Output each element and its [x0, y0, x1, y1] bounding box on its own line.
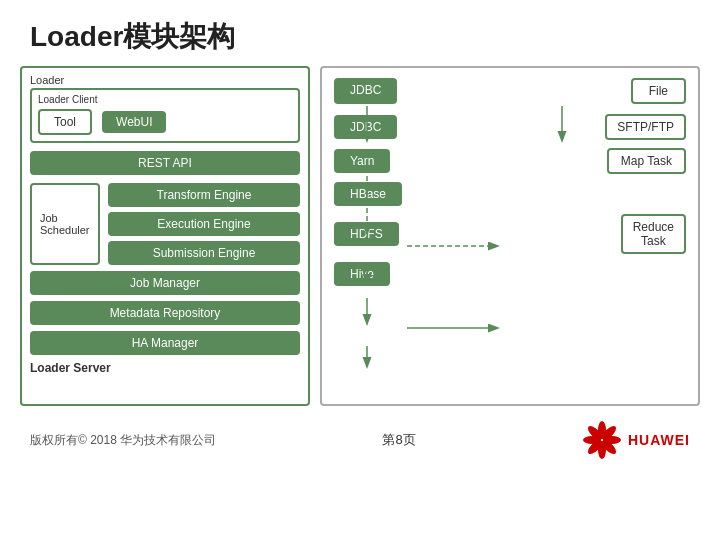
copyright-text: 版权所有© 2018 华为技术有限公司 — [30, 432, 216, 449]
file-box: File — [631, 78, 686, 104]
page-title: Loader模块架构 — [0, 0, 720, 66]
right-panel: JDBC File JDBC SFTP/FTP Yarn Map Task HB… — [320, 66, 700, 406]
footer: 版权所有© 2018 华为技术有限公司 第8页 HUAWEI — [0, 412, 720, 460]
sftp-box: SFTP/FTP — [605, 114, 686, 140]
hbase-box: HBase — [334, 182, 402, 206]
right-items: Yarn Map Task HBase HDFS Reduce Task Hiv… — [334, 148, 686, 286]
ha-manager-bar: HA Manager — [30, 331, 300, 355]
huawei-logo: HUAWEI — [582, 420, 690, 460]
engines-col: Transform Engine Execution Engine Submis… — [108, 183, 300, 265]
hbase-row: HBase — [334, 182, 686, 206]
loader-server-label: Loader Server — [30, 361, 300, 375]
right-top-row: JDBC File — [334, 78, 686, 104]
webui-box: WebUI — [102, 111, 166, 133]
job-manager-bar: Job Manager — [30, 271, 300, 295]
hive-box: Hive — [334, 262, 390, 286]
map-task-box: Map Task — [607, 148, 686, 174]
scheduler-area: Job Scheduler Transform Engine Execution… — [30, 183, 300, 265]
jdbc-box-2: JDBC — [334, 115, 397, 139]
hdfs-box: HDFS — [334, 222, 399, 246]
reduce-task-box: Reduce Task — [621, 214, 686, 254]
execution-engine-box: Execution Engine — [108, 212, 300, 236]
left-panel: Loader Loader Client Tool WebUI REST API… — [20, 66, 310, 406]
rest-api-bar: REST API — [30, 151, 300, 175]
client-label: Loader Client — [38, 94, 292, 105]
hdfs-row: HDFS Reduce Task — [334, 214, 686, 254]
yarn-box: Yarn — [334, 149, 390, 173]
submission-engine-box: Submission Engine — [108, 241, 300, 265]
tool-box: Tool — [38, 109, 92, 135]
hive-row: Hive — [334, 262, 686, 286]
huawei-petals-icon — [582, 420, 622, 460]
metadata-bar: Metadata Repository — [30, 301, 300, 325]
yarn-row: Yarn Map Task — [334, 148, 686, 174]
jdbc-box-1: JDBC — [334, 78, 397, 104]
client-box: Loader Client Tool WebUI — [30, 88, 300, 143]
page-number: 第8页 — [382, 431, 415, 449]
right-middle-row: JDBC SFTP/FTP — [334, 114, 686, 140]
transform-engine-box: Transform Engine — [108, 183, 300, 207]
huawei-brand-text: HUAWEI — [628, 432, 690, 448]
loader-label: Loader — [30, 74, 300, 86]
job-scheduler-box: Job Scheduler — [30, 183, 100, 265]
